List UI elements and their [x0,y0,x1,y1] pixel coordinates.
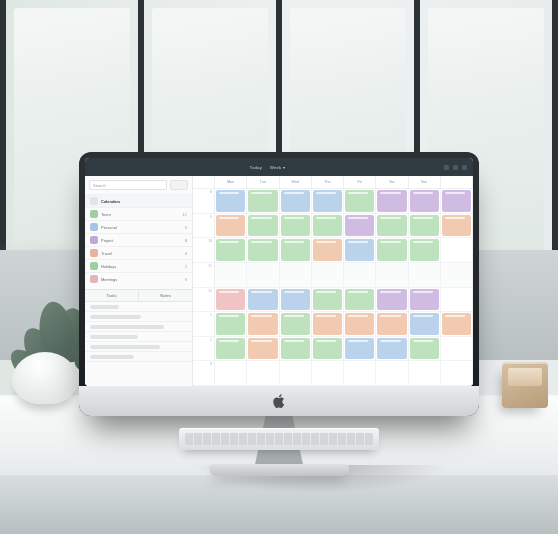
calendar-cell[interactable] [344,312,376,337]
calendar-cell[interactable] [344,214,376,239]
calendar-event[interactable] [410,239,439,261]
calendar-event[interactable] [410,338,439,360]
calendar-event[interactable] [281,190,310,212]
calendar-event[interactable] [248,215,277,237]
calendar-event[interactable] [216,313,245,335]
day-header-cell[interactable] [441,176,473,188]
calendar-cell[interactable] [312,312,344,337]
calendar-cell[interactable] [312,214,344,239]
calendar-event[interactable] [345,289,374,311]
calendar-cell[interactable] [247,189,279,214]
sidebar-section-calendars[interactable]: Calendars [85,194,192,207]
calendar-cell[interactable] [280,238,312,263]
calendar-cell[interactable] [215,214,247,239]
calendar-cell[interactable] [441,263,473,288]
calendar-event[interactable] [216,239,245,261]
calendar-cell[interactable] [409,238,441,263]
list-item[interactable] [85,352,192,362]
nav-today[interactable]: Today [250,165,262,170]
calendar-cell[interactable] [441,312,473,337]
bell-icon[interactable] [444,165,449,170]
calendar-cell[interactable] [441,189,473,214]
calendar-cell[interactable] [312,263,344,288]
calendar-event[interactable] [345,215,374,237]
calendar-cell[interactable] [376,361,408,386]
calendar-cell[interactable] [376,288,408,313]
calendar-event[interactable] [313,215,342,237]
calendar-cell[interactable] [409,312,441,337]
day-header-cell[interactable]: Wed [280,176,312,188]
sidebar-item-personal[interactable]: Personal5 [85,220,192,233]
search-button[interactable] [170,180,188,190]
tab-tasks[interactable]: Tasks [85,290,139,301]
calendar-cell[interactable] [247,288,279,313]
calendar-cell[interactable] [280,189,312,214]
calendar-cell[interactable] [215,238,247,263]
calendar-cell[interactable] [376,189,408,214]
calendar-event[interactable] [216,190,245,212]
calendar-event[interactable] [216,215,245,237]
calendar-cell[interactable] [409,288,441,313]
calendar-cell[interactable] [247,263,279,288]
calendar-event[interactable] [377,239,406,261]
day-header-cell[interactable]: Fri [344,176,376,188]
calendar-cell[interactable] [344,189,376,214]
sidebar-item-project[interactable]: Project8 [85,233,192,246]
calendar-cell[interactable] [247,238,279,263]
calendar-cell[interactable] [376,337,408,362]
calendar-event[interactable] [281,215,310,237]
list-item[interactable] [85,302,192,312]
day-header-cell[interactable]: Tue [247,176,279,188]
calendar-event[interactable] [410,289,439,311]
calendar-event[interactable] [442,313,471,335]
calendar-event[interactable] [377,313,406,335]
calendar-cell[interactable] [247,214,279,239]
calendar-event[interactable] [248,239,277,261]
calendar-grid[interactable] [215,189,473,386]
calendar-event[interactable] [377,190,406,212]
calendar-event[interactable] [377,215,406,237]
nav-view[interactable]: Week ▾ [270,165,285,170]
calendar-cell[interactable] [247,312,279,337]
calendar-cell[interactable] [312,238,344,263]
calendar-event[interactable] [313,313,342,335]
calendar-cell[interactable] [441,288,473,313]
calendar-cell[interactable] [215,361,247,386]
calendar-event[interactable] [281,289,310,311]
day-header-cell[interactable]: Mon [215,176,247,188]
calendar-event[interactable] [442,190,471,212]
calendar-cell[interactable] [247,337,279,362]
calendar-event[interactable] [345,239,374,261]
calendar-cell[interactable] [409,337,441,362]
calendar-event[interactable] [377,338,406,360]
calendar-event[interactable] [248,190,277,212]
calendar-event[interactable] [410,215,439,237]
calendar-event[interactable] [313,190,342,212]
search-input[interactable]: Search [89,180,167,190]
calendar-event[interactable] [345,313,374,335]
calendar-cell[interactable] [215,337,247,362]
sidebar-item-holidays[interactable]: Holidays2 [85,259,192,272]
sidebar-item-travel[interactable]: Travel3 [85,246,192,259]
calendar-cell[interactable] [344,263,376,288]
calendar-event[interactable] [248,289,277,311]
calendar-event[interactable] [313,289,342,311]
calendar-event[interactable] [410,190,439,212]
calendar-cell[interactable] [280,214,312,239]
calendar-cell[interactable] [376,214,408,239]
calendar-cell[interactable] [441,337,473,362]
calendar-event[interactable] [442,215,471,237]
day-header-cell[interactable]: Sun [409,176,441,188]
calendar-cell[interactable] [280,337,312,362]
calendar-event[interactable] [281,239,310,261]
calendar-cell[interactable] [441,214,473,239]
calendar-cell[interactable] [409,263,441,288]
calendar-event[interactable] [216,338,245,360]
calendar-event[interactable] [313,338,342,360]
calendar-cell[interactable] [376,263,408,288]
calendar-cell[interactable] [344,238,376,263]
calendar-cell[interactable] [376,238,408,263]
calendar-event[interactable] [345,190,374,212]
calendar-cell[interactable] [215,189,247,214]
calendar-cell[interactable] [441,238,473,263]
